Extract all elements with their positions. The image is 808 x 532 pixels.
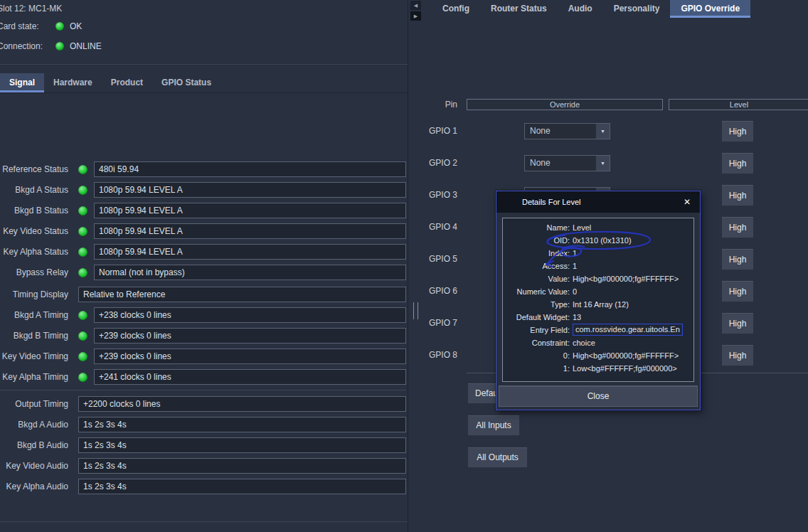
gpio-row: GPIO 1 None ▼ High — [423, 115, 808, 147]
close-icon[interactable]: ✕ — [681, 196, 693, 208]
status-row-value: 1080p 59.94 LEVEL A — [94, 182, 406, 198]
status-row: Key Video Audio 1s 2s 3s 4s — [0, 458, 406, 474]
triangle-left-icon: ◀ — [414, 3, 418, 9]
gpio-pin-label: GPIO 4 — [423, 222, 457, 232]
status-led-icon — [78, 248, 87, 257]
status-row: Bkgd B Audio 1s 2s 3s 4s — [0, 437, 406, 453]
tab-personality[interactable]: Personality — [603, 0, 671, 18]
status-row-label: Key Video Audio — [0, 461, 68, 471]
status-led-icon — [78, 331, 87, 341]
status-led-icon — [78, 206, 87, 216]
status-row: Key Video Timing +239 clocks 0 lines — [0, 349, 406, 364]
status-row-value: Relative to Reference — [78, 287, 406, 302]
status-row-value: Normal (not in bypass) — [94, 265, 406, 280]
dialog-field-label: 1 — [503, 362, 570, 375]
gpio-pin-label: GPIO 8 — [423, 350, 457, 360]
splitter-drag-handle-icon[interactable] — [413, 302, 418, 319]
tab-audio[interactable]: Audio — [558, 0, 603, 18]
level-button[interactable]: High — [721, 152, 754, 174]
tab-hardware[interactable]: Hardware — [44, 73, 102, 92]
gpio-pin-label: GPIO 7 — [423, 318, 457, 328]
gpio-pin-label: GPIO 3 — [423, 190, 457, 200]
dialog-field-value: 13 — [573, 311, 581, 324]
status-row-value: +238 clocks 0 lines — [94, 307, 406, 323]
level-button[interactable]: High — [721, 344, 754, 366]
tab-signal[interactable]: Signal — [0, 73, 44, 92]
status-row-label: Bkgd B Status — [0, 206, 68, 216]
card-state-label: Card state: — [0, 21, 55, 31]
status-row-value: +239 clocks 0 lines — [94, 349, 406, 364]
dialog-field-row: Numeric Value 0 — [503, 285, 693, 298]
dialog-field-row: 1 Low<bg#FFFFFF;fg#000000> — [503, 362, 693, 375]
status-row: Key Video Status 1080p 59.94 LEVEL A — [0, 223, 406, 239]
override-select[interactable]: None ▼ — [524, 155, 610, 171]
dialog-close-button[interactable]: Close — [499, 385, 698, 407]
dialog-field-row: Default Widget 13 — [503, 311, 693, 324]
status-row: Output Timing +2200 clocks 0 lines — [0, 396, 406, 412]
level-button[interactable]: High — [721, 120, 754, 142]
level-button[interactable]: High — [721, 248, 754, 270]
status-led-icon — [78, 186, 87, 195]
override-selected-value: None — [525, 156, 595, 171]
all-outputs-button[interactable]: All Outputs — [467, 447, 528, 468]
status-row-label: Bkgd B Audio — [0, 440, 68, 450]
card-state-value: OK — [70, 21, 82, 31]
tab-gpio-override[interactable]: GPIO Override — [670, 0, 750, 18]
level-button[interactable]: High — [721, 184, 754, 206]
card-info-header: Slot 12: MC1-MK Card state: OK Connectio… — [0, 0, 408, 65]
status-row-value: 1080p 59.94 LEVEL A — [94, 203, 406, 218]
all-inputs-button[interactable]: All Inputs — [467, 415, 520, 436]
gpio-table-header: Pin Override Level — [423, 99, 808, 111]
dialog-fields: Name Level OID 0x1310 (0x1310) Index 1 A… — [502, 218, 694, 382]
status-row: Bkgd A Status 1080p 59.94 LEVEL A — [0, 182, 406, 198]
dialog-field-value: 1 — [573, 260, 577, 272]
left-tab-bar: SignalHardwareProductGPIO Status — [0, 73, 408, 93]
status-row-value: 1080p 59.94 LEVEL A — [94, 244, 406, 260]
status-row-label: Timing Display — [0, 289, 68, 299]
dialog-field-value: Low<bg#FFFFFF;fg#000000> — [573, 362, 677, 375]
status-row-label: Bkgd A Timing — [0, 310, 68, 320]
status-row-label: Bkgd A Status — [0, 185, 68, 195]
collapse-left-button[interactable]: ◀ — [410, 1, 421, 10]
connection-value: ONLINE — [70, 41, 102, 51]
collapse-right-button[interactable]: ▶ — [410, 11, 421, 21]
status-row: Bkgd A Timing +238 clocks 0 lines — [0, 307, 406, 323]
tab-product[interactable]: Product — [102, 73, 152, 92]
details-dialog: Details For Level ✕ Name Level OID 0x131… — [496, 191, 701, 410]
dialog-field-label: Numeric Value — [503, 285, 570, 298]
chevron-down-icon[interactable]: ▼ — [595, 156, 610, 171]
level-button[interactable]: High — [721, 280, 754, 302]
status-row: Key Alpha Status 1080p 59.94 LEVEL A — [0, 244, 406, 260]
status-row-label: Key Alpha Audio — [0, 482, 68, 491]
dialog-field-row: Access 1 — [503, 260, 693, 272]
dialog-field-label: 0 — [503, 349, 570, 362]
dashboard-screen: Slot 12: MC1-MK Card state: OK Connectio… — [0, 0, 808, 532]
status-row: Bypass Relay Normal (not in bypass) — [0, 265, 406, 280]
tab-config[interactable]: Config — [432, 0, 480, 18]
dialog-field-label: OID — [503, 234, 570, 247]
override-select[interactable]: None ▼ — [524, 123, 610, 139]
chevron-down-icon[interactable]: ▼ — [595, 124, 610, 139]
status-row-label: Key Alpha Timing — [0, 372, 68, 382]
status-row-value: +241 clocks 0 lines — [94, 369, 406, 385]
slot-title: Slot 12: MC1-MK — [0, 4, 62, 14]
dialog-field-value: Level — [573, 221, 591, 234]
dialog-field-label: Name — [503, 221, 570, 234]
level-button[interactable]: High — [721, 312, 754, 334]
status-row-value: +2200 clocks 0 lines — [78, 396, 406, 412]
status-row-label: Key Video Status — [0, 226, 68, 236]
dialog-field-value: 1 — [573, 247, 577, 260]
connection-line: Connection: ONLINE — [0, 36, 408, 56]
status-row: Reference Status 480i 59.94 — [0, 161, 406, 177]
status-row-value: 480i 59.94 — [94, 161, 406, 177]
tab-router-status[interactable]: Router Status — [480, 0, 558, 18]
dialog-field-label: Value — [503, 272, 570, 285]
tab-gpio-status[interactable]: GPIO Status — [152, 73, 220, 92]
status-led-icon — [78, 373, 87, 382]
panel-splitter[interactable]: ◀ ▶ — [408, 0, 423, 532]
level-button[interactable]: High — [721, 216, 754, 238]
gpio-pin-label: GPIO 5 — [423, 254, 457, 264]
status-led-icon — [78, 311, 87, 320]
dialog-title-bar[interactable]: Details For Level ✕ — [496, 191, 700, 213]
dialog-field-label: Entry Field — [503, 324, 570, 336]
